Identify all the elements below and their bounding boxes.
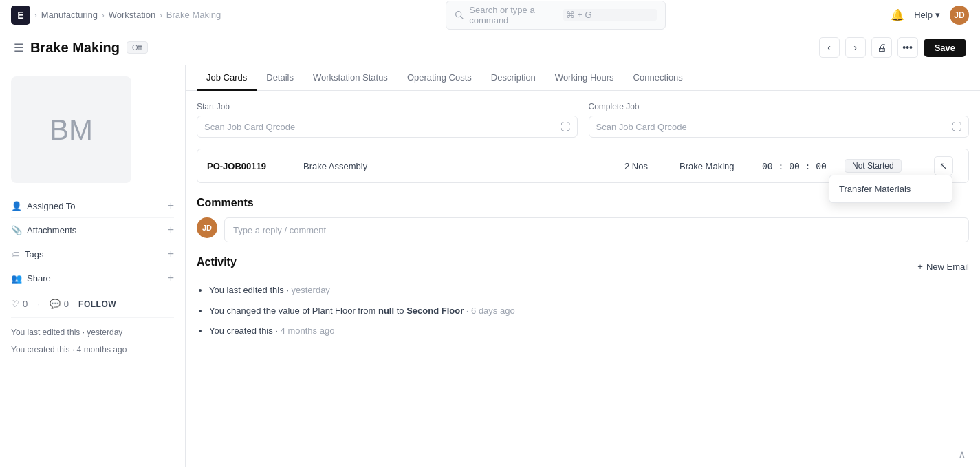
help-label: Help bbox=[914, 10, 933, 20]
main-layout: BM 👤 Assigned To + 📎 Attachments + 🏷 Tag… bbox=[0, 65, 980, 467]
comment-box: JD Type a reply / comment bbox=[197, 217, 969, 242]
avatar[interactable]: JD bbox=[950, 6, 969, 25]
comments-stat[interactable]: 💬 0 bbox=[50, 299, 69, 309]
breadcrumb-arrow-3: › bbox=[160, 11, 162, 19]
share-text: Share bbox=[27, 273, 51, 284]
job-action-cell: ↖ Transfer Materials bbox=[934, 156, 959, 176]
entity-avatar: BM bbox=[11, 76, 131, 183]
search-placeholder: Search or type a command bbox=[469, 5, 558, 25]
search-box[interactable]: Search or type a command ⌘ + G bbox=[446, 1, 666, 30]
table-row: PO-JOB00119 Brake Assembly 2 Nos Brake M… bbox=[197, 149, 968, 182]
share-label: 👥 Share bbox=[11, 273, 51, 284]
more-options-button[interactable]: ••• bbox=[897, 37, 918, 58]
breadcrumb-area: E › Manufacturing › Workstation › Brake … bbox=[11, 6, 221, 25]
sidebar-activity-item-2: You created this · 4 months ago bbox=[11, 343, 174, 357]
scroll-up-icon[interactable]: ∧ bbox=[958, 448, 966, 461]
sidebar-stats: ♡ 0 · 💬 0 FOLLOW bbox=[11, 290, 174, 318]
share-row: 👥 Share + bbox=[11, 266, 174, 290]
tags-label: 🏷 Tags bbox=[11, 249, 43, 259]
complete-job-label: Complete Job bbox=[589, 102, 970, 111]
assigned-to-label: 👤 Assigned To bbox=[11, 201, 76, 211]
attachments-label: 📎 Attachments bbox=[11, 225, 76, 235]
job-status-badge: Not Started bbox=[845, 159, 902, 173]
activity-text-2: You changed the value of Plant Floor fro… bbox=[209, 306, 515, 316]
start-job-label: Start Job bbox=[197, 102, 578, 111]
attachments-icon: 📎 bbox=[11, 225, 22, 235]
transfer-materials-item[interactable]: Transfer Materials bbox=[829, 178, 952, 200]
job-item-cell: Brake Assembly bbox=[303, 161, 624, 171]
qr-section: Start Job Scan Job Card Qrcode ⛶ Complet… bbox=[197, 102, 969, 138]
comment-input[interactable]: Type a reply / comment bbox=[224, 217, 969, 242]
status-badge: Off bbox=[127, 41, 147, 54]
notification-icon[interactable]: 🔔 bbox=[891, 8, 904, 21]
search-shortcut: ⌘ + G bbox=[563, 9, 657, 21]
assigned-to-add-icon[interactable]: + bbox=[168, 200, 174, 212]
tab-bar: Job Cards Details Workstation Status Ope… bbox=[186, 65, 980, 91]
breadcrumb-arrow-1: › bbox=[34, 11, 37, 19]
start-job-input[interactable]: Scan Job Card Qrcode ⛶ bbox=[197, 116, 578, 138]
breadcrumb-arrow-2: › bbox=[102, 11, 105, 19]
share-icon: 👥 bbox=[11, 273, 22, 284]
tab-connections[interactable]: Connections bbox=[624, 65, 693, 91]
topnav-right: 🔔 Help ▾ JD bbox=[891, 6, 969, 25]
job-time-cell: 00 : 00 : 00 bbox=[762, 161, 845, 171]
activity-text-3: You created this · 4 months ago bbox=[209, 326, 334, 336]
tab-working-hours[interactable]: Working Hours bbox=[545, 65, 624, 91]
app-icon: E bbox=[11, 6, 30, 25]
page-header: ☰ Brake Making Off ‹ › 🖨 ••• Save bbox=[0, 30, 980, 65]
tab-job-cards[interactable]: Job Cards bbox=[197, 65, 257, 91]
complete-job-block: Complete Job Scan Job Card Qrcode ⛶ bbox=[589, 102, 970, 138]
attachments-add-icon[interactable]: + bbox=[168, 224, 174, 236]
tags-icon: 🏷 bbox=[11, 249, 20, 259]
job-id-cell: PO-JOB00119 bbox=[207, 161, 303, 171]
prev-button[interactable]: ‹ bbox=[819, 37, 840, 58]
sidebar-activity: You last edited this · yesterday You cre… bbox=[11, 326, 174, 357]
page-header-left: ☰ Brake Making Off bbox=[14, 40, 148, 56]
assigned-to-text: Assigned To bbox=[27, 201, 76, 211]
job-station-cell: Brake Making bbox=[679, 161, 762, 171]
job-qty-cell: 2 Nos bbox=[624, 161, 679, 171]
job-action-button[interactable]: ↖ Transfer Materials bbox=[934, 156, 953, 176]
search-area[interactable]: Search or type a command ⌘ + G bbox=[446, 1, 666, 30]
svg-line-1 bbox=[461, 17, 463, 19]
new-email-label: New Email bbox=[926, 262, 969, 272]
next-button[interactable]: › bbox=[845, 37, 866, 58]
breadcrumb-manufacturing[interactable]: Manufacturing bbox=[41, 10, 98, 20]
comments-count: 0 bbox=[64, 299, 69, 309]
start-job-placeholder: Scan Job Card Qrcode bbox=[204, 122, 295, 132]
sidebar-toggle-icon[interactable]: ☰ bbox=[14, 41, 23, 54]
tags-add-icon[interactable]: + bbox=[168, 248, 174, 260]
assigned-to-row: 👤 Assigned To + bbox=[11, 194, 174, 218]
new-email-button[interactable]: + New Email bbox=[917, 262, 969, 272]
sidebar: BM 👤 Assigned To + 📎 Attachments + 🏷 Tag… bbox=[0, 65, 186, 467]
tab-workstation-status[interactable]: Workstation Status bbox=[303, 65, 398, 91]
save-button[interactable]: Save bbox=[924, 39, 966, 57]
share-add-icon[interactable]: + bbox=[168, 272, 174, 284]
likes-count: 0 bbox=[23, 299, 28, 309]
tab-description[interactable]: Description bbox=[481, 65, 545, 91]
print-button[interactable]: 🖨 bbox=[871, 37, 892, 58]
activity-section-title: Activity bbox=[197, 256, 237, 268]
tab-operating-costs[interactable]: Operating Costs bbox=[398, 65, 481, 91]
help-button[interactable]: Help ▾ bbox=[914, 10, 940, 20]
comment-placeholder: Type a reply / comment bbox=[233, 225, 326, 235]
cursor-icon: ↖ bbox=[939, 160, 948, 171]
plus-icon: + bbox=[917, 262, 923, 272]
follow-button[interactable]: FOLLOW bbox=[78, 299, 116, 309]
activity-item-2: You changed the value of Plant Floor fro… bbox=[209, 304, 969, 318]
start-job-scan-icon: ⛶ bbox=[560, 121, 570, 132]
help-chevron-icon: ▾ bbox=[935, 10, 940, 20]
tab-details[interactable]: Details bbox=[257, 65, 303, 91]
likes-stat[interactable]: ♡ 0 bbox=[11, 299, 28, 309]
tags-text: Tags bbox=[25, 249, 43, 259]
job-cards-content: Start Job Scan Job Card Qrcode ⛶ Complet… bbox=[186, 91, 980, 356]
complete-job-scan-icon: ⛶ bbox=[952, 121, 961, 132]
attachments-text: Attachments bbox=[27, 225, 76, 235]
breadcrumb-workstation[interactable]: Workstation bbox=[109, 10, 155, 20]
job-status-cell: Not Started bbox=[845, 159, 934, 173]
activity-item-3: You created this · 4 months ago bbox=[209, 324, 969, 338]
complete-job-input[interactable]: Scan Job Card Qrcode ⛶ bbox=[589, 116, 970, 138]
tags-row: 🏷 Tags + bbox=[11, 242, 174, 266]
breadcrumb-current: Brake Making bbox=[166, 10, 221, 20]
dropdown-menu: Transfer Materials bbox=[829, 175, 952, 203]
